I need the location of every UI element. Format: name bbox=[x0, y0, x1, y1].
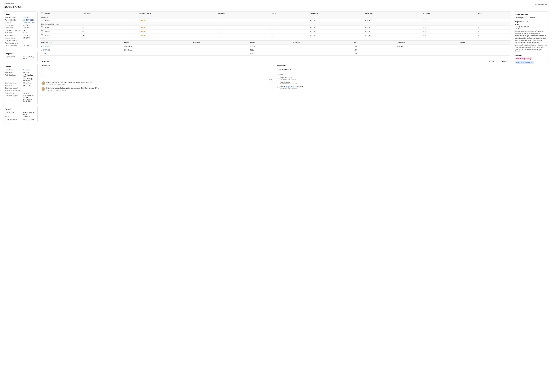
trans-payer-0: Blue Cross... bbox=[123, 44, 192, 48]
provider-row-rendering: Rendering provider Carlson, William bbox=[5, 118, 36, 120]
timeline-item-2: Remit [Remit] 123456789 received 1/24/20… bbox=[277, 86, 509, 89]
unassigned-chevron-icon: ▾ bbox=[525, 17, 525, 19]
title-block: Underpayments 1004917746 bbox=[3, 3, 22, 9]
th-units: UNITS bbox=[270, 12, 309, 16]
tag-patient-responsibility: Patient Responsibility bbox=[515, 57, 532, 60]
row-checkbox[interactable] bbox=[41, 30, 43, 32]
row-checkbox[interactable] bbox=[41, 34, 43, 36]
claim-row-1: Payer claim ID/# 1234567890123 bbox=[5, 19, 36, 21]
patient-row-sub-group-name: Subscriber group name -- bbox=[5, 90, 36, 91]
current-row: Current 99214 1.00 bbox=[40, 52, 511, 56]
patient-row-sub-name: Subscriber name William, Carl bbox=[5, 82, 36, 84]
timeline-dot-2 bbox=[277, 86, 278, 88]
patient-title: Patient bbox=[5, 66, 36, 68]
trans-adjust-1 bbox=[458, 48, 511, 52]
trans-link-1[interactable]: 3/13/2021 bbox=[43, 49, 50, 51]
transactions-table-wrap: TRANSACTION PAYER ACTIONS CODE MODIFIER … bbox=[40, 40, 511, 56]
unassigned-badge[interactable]: Unassigned ▾ bbox=[515, 16, 527, 19]
row-charged: $202.00 bbox=[309, 19, 364, 23]
claim-row-11: Latest transaction 11/18/2022 bbox=[5, 45, 36, 47]
th-code: CODE bbox=[44, 12, 81, 16]
this-line-item-label: This line item bbox=[40, 16, 511, 19]
claim-row-10: Remit transactions 2 bbox=[5, 42, 36, 44]
th-units: UNITS bbox=[352, 41, 396, 44]
left-panel: Claim Patient account# 12345678 Payer cl… bbox=[3, 11, 38, 124]
current-units: 1.00 bbox=[352, 52, 396, 56]
claim-row-4: Check date 2/13/2022 bbox=[5, 27, 36, 29]
adj-desc-0: Co-payment Amount bbox=[515, 26, 547, 28]
scrollbar-track[interactable] bbox=[40, 38, 50, 38]
transactions-table: TRANSACTION PAYER ACTIONS CODE MODIFIER … bbox=[40, 41, 511, 56]
timeline-meta-1: 1/24/2020 2:19pm by Matt S. bbox=[279, 83, 297, 85]
note-content-0: Note: Reached out to Adrienne Smith (new… bbox=[46, 81, 271, 85]
trans-code-0: 99214 bbox=[249, 44, 291, 48]
adj-long-desc: Charges exceeds fee schedule/maximum all… bbox=[515, 30, 547, 53]
timeline-event-0: Assigned to Matt S bbox=[279, 77, 297, 78]
recalculate-button[interactable]: Recalculate PV bbox=[533, 3, 549, 7]
timeline-text-1: Denial detected 1/24/2020 2:19pm by Matt… bbox=[279, 81, 297, 85]
adj-code-0: PR-3 bbox=[515, 23, 547, 25]
th-payment-issue: PAYMENT ISSUE bbox=[138, 12, 217, 16]
note-menu-1[interactable]: ··· bbox=[272, 87, 274, 91]
trans-payer-1: Blue Cross... bbox=[123, 48, 192, 52]
trans-charged-1 bbox=[396, 48, 458, 52]
note-menu-0[interactable]: ··· bbox=[272, 81, 274, 85]
comments-column: Comments Save Note: Reached out to Adrie… bbox=[41, 65, 274, 91]
remit-link[interactable]: [Remit] 123456789 bbox=[284, 86, 297, 88]
avatar-1 bbox=[41, 87, 45, 91]
provider-section: Provider Business unit Brighton Medical … bbox=[3, 106, 38, 123]
trans-actions-0 bbox=[192, 44, 249, 48]
patient-section: Patient Patient name Doe, John Patient D… bbox=[3, 64, 38, 105]
trans-modifier-1 bbox=[291, 48, 352, 52]
row-revcode: -- bbox=[81, 19, 138, 23]
add-document-button[interactable]: Add document ▾ bbox=[277, 68, 292, 72]
th-paye: PAYE bbox=[476, 12, 511, 16]
top-header: Underpayments 1004917746 Recalculate PV bbox=[3, 3, 549, 9]
underpayment-header: Underpayment Unassigned ▾ Detected ▾ bbox=[515, 13, 547, 19]
claim-row-8: Medical record # 123456789 bbox=[5, 37, 36, 39]
timeline-title: Timeline bbox=[277, 74, 509, 76]
copy-today-button[interactable]: Copy today bbox=[497, 60, 509, 63]
timeline-event-2: Remit [Remit] 123456789 received bbox=[279, 86, 303, 88]
claim-row-2: Check # 23456789012345 bbox=[5, 22, 36, 23]
row-checkbox-col bbox=[40, 19, 44, 23]
note-meta-0: 2/12/2022, 4:04 PM by Matt S. bbox=[46, 84, 271, 85]
detected-badge[interactable]: Detected ▾ bbox=[528, 16, 538, 19]
claim-section-title: Claim bbox=[5, 13, 36, 15]
claim-row-0: Patient account# 12345678 bbox=[5, 17, 36, 18]
other-line-items-label: Other line items for this claim bbox=[40, 23, 511, 26]
claim-row-9: Claim transactions 1 bbox=[5, 40, 36, 42]
timeline-item-0: Assigned to Matt S 1/24/2020 2:19pm by M… bbox=[277, 77, 509, 80]
timeline-text-2: Remit [Remit] 123456789 received 1/24/20… bbox=[279, 86, 303, 89]
table-row: 83615 260 Underpaid LT 1 $202.00 $125.98… bbox=[40, 34, 511, 37]
row-checkbox[interactable] bbox=[41, 20, 43, 21]
row-checkbox[interactable] bbox=[41, 27, 43, 28]
current-label: Current bbox=[40, 52, 123, 56]
timeline-item-1: Denial detected 1/24/2020 2:19pm by Matt… bbox=[277, 81, 509, 85]
row-expected: $125.98 bbox=[364, 19, 421, 23]
note-text-0: Note: Reached out to Adrienne Smith (new… bbox=[46, 81, 271, 84]
diagnosis-title: Diagnosis bbox=[5, 53, 36, 55]
patient-row-sub-group: Subscriber group # -- bbox=[5, 87, 36, 89]
timeline-meta-0: 1/24/2020 2:19pm by Matt S. bbox=[279, 78, 297, 80]
adj-codes-title: Adjustment codes bbox=[515, 21, 547, 23]
th-expected: EXPECTED bbox=[364, 12, 421, 16]
other-line-items-header: Other line items for this claim bbox=[40, 23, 511, 26]
underpayment-section: Underpayment Unassigned ▾ Detected ▾ Adj… bbox=[513, 11, 549, 66]
underpayment-title: Underpayment bbox=[515, 13, 529, 15]
row-code: 86140 bbox=[44, 19, 81, 23]
select-all-checkbox[interactable] bbox=[41, 13, 43, 14]
timeline-text-0: Assigned to Matt S 1/24/2020 2:19pm by M… bbox=[279, 77, 297, 80]
patient-row-sub-address: Subscriber address 50 W Broadway Ste 233… bbox=[5, 95, 36, 102]
notes-list: Note: Reached out to Adrienne Smith (new… bbox=[41, 81, 274, 91]
trans-link-0[interactable]: 3/13/2021 bbox=[43, 45, 50, 47]
save-button[interactable]: Save bbox=[267, 78, 274, 81]
chevron-down-icon: ▾ bbox=[290, 69, 291, 71]
activity-columns: Comments Save Note: Reached out to Adrie… bbox=[41, 65, 509, 91]
copy-all-button[interactable]: Copy all bbox=[486, 60, 496, 63]
documents-column: Documents Add document ▾ Timeline Assign… bbox=[277, 65, 509, 91]
timeline-dot-1 bbox=[277, 82, 278, 83]
timeline-event-1: Denial detected bbox=[279, 81, 297, 83]
comments-textarea[interactable] bbox=[41, 68, 274, 77]
trans-code-1: 99214 bbox=[249, 48, 291, 52]
